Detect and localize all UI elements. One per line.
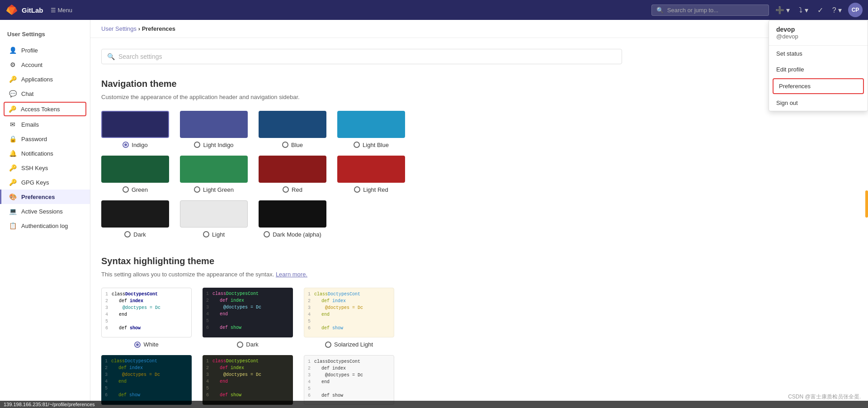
theme-swatch-green[interactable] — [101, 156, 169, 183]
radio-green[interactable] — [123, 186, 129, 193]
status-url: 139.198.166.235:81/~/profile/preferences — [4, 402, 95, 407]
theme-swatch-indigo[interactable] — [101, 111, 169, 138]
theme-label-dark: Dark — [124, 231, 146, 238]
theme-name-dark: Dark — [133, 231, 146, 238]
theme-swatch-dark[interactable] — [101, 200, 169, 228]
sidebar-label-notifications: Notifications — [21, 150, 53, 157]
theme-swatch-dark-mode[interactable] — [259, 200, 326, 228]
theme-item-light-green: Light Green — [180, 156, 248, 193]
sidebar-label-access-tokens: Access Tokens — [21, 106, 60, 113]
sidebar-item-applications[interactable]: 🔑 Applications — [0, 72, 90, 86]
ssh-keys-icon: 🔑 — [9, 164, 17, 171]
password-icon: 🔒 — [9, 135, 17, 142]
radio-syntax-dark[interactable] — [237, 342, 243, 348]
breadcrumb-parent[interactable]: User Settings — [101, 25, 137, 32]
syntax-item-none: 1class DoctypesCont 2def index 3@doctype… — [304, 355, 394, 408]
syntax-preview-solarized-light[interactable]: 1class DoctypesCont 2def index 3@doctype… — [304, 288, 394, 337]
merge-requests-button[interactable]: ⤵ ▾ — [796, 4, 811, 16]
account-icon: ⚙ — [9, 61, 17, 68]
theme-swatch-light-blue[interactable] — [337, 111, 405, 138]
create-button[interactable]: ➕ ▾ — [773, 4, 793, 16]
radio-dark[interactable] — [124, 231, 131, 237]
sidebar-item-profile[interactable]: 👤 Profile — [0, 43, 90, 57]
scrollbar[interactable] — [865, 190, 868, 218]
learn-more-link[interactable]: Learn more. — [276, 271, 307, 278]
syntax-name-dark: Dark — [246, 341, 258, 348]
theme-item-dark: Dark — [101, 200, 169, 238]
theme-swatch-light-red[interactable] — [337, 156, 405, 183]
sidebar-item-active-sessions[interactable]: 💻 Active Sessions — [0, 204, 90, 218]
theme-label-light-indigo: Light Indigo — [194, 142, 233, 148]
radio-syntax-solarized-light[interactable] — [325, 342, 331, 348]
syntax-name-white: White — [143, 341, 158, 348]
brand[interactable]: GitLab — [5, 4, 43, 16]
dropdown-item-sign-out[interactable]: Sign out — [769, 95, 868, 111]
sidebar-label-password: Password — [21, 136, 47, 142]
sidebar-label-active-sessions: Active Sessions — [21, 208, 63, 215]
theme-name-light-green: Light Green — [203, 186, 234, 193]
access-tokens-icon: 🔑 — [8, 105, 16, 113]
search-box[interactable]: 🔍 Search or jump to... — [651, 5, 769, 16]
radio-dark-mode[interactable] — [264, 231, 270, 237]
radio-light-indigo[interactable] — [194, 142, 200, 148]
syntax-preview-monokai[interactable]: 1class DoctypesCont 2def index 3@doctype… — [203, 355, 293, 405]
dropdown-item-edit-profile[interactable]: Edit profile — [769, 62, 868, 77]
top-navbar: GitLab ☰ Menu 🔍 Search or jump to... ➕ ▾… — [0, 0, 868, 20]
theme-swatch-red[interactable] — [259, 156, 326, 183]
sidebar-item-preferences[interactable]: 🎨 Preferences — [0, 190, 90, 204]
dropdown-user-info: devop @devop — [769, 20, 868, 46]
radio-light-green[interactable] — [194, 186, 200, 193]
radio-light[interactable] — [203, 231, 209, 237]
radio-indigo[interactable] — [123, 142, 129, 148]
settings-search-box[interactable]: 🔍 Search settings — [101, 49, 622, 64]
theme-name-blue: Blue — [291, 142, 303, 148]
sidebar-label-applications: Applications — [21, 76, 53, 83]
radio-red[interactable] — [283, 186, 289, 193]
sidebar-item-password[interactable]: 🔒 Password — [0, 132, 90, 146]
radio-syntax-white[interactable] — [134, 342, 141, 348]
sidebar-item-chat[interactable]: 💬 Chat — [0, 86, 90, 101]
auth-log-icon: 📋 — [9, 222, 17, 229]
search-icon: 🔍 — [656, 7, 664, 14]
syntax-preview-white[interactable]: 1class DoctypesCont 2def index 3@doctype… — [101, 288, 192, 337]
syntax-preview-dark[interactable]: 1class DoctypesCont 2def index 3@doctype… — [203, 288, 293, 337]
sidebar-item-ssh-keys[interactable]: 🔑 SSH Keys — [0, 161, 90, 175]
sidebar-item-access-tokens[interactable]: 🔑 Access Tokens — [4, 102, 86, 116]
theme-swatch-blue[interactable] — [259, 111, 326, 138]
syntax-name-solarized-light: Solarized Light — [334, 341, 373, 348]
theme-swatch-light-indigo[interactable] — [180, 111, 248, 138]
help-button[interactable]: ? ▾ — [830, 4, 844, 16]
sidebar-label-gpg-keys: GPG Keys — [21, 179, 49, 186]
breadcrumb-current: Preferences — [142, 25, 175, 32]
radio-light-blue[interactable] — [354, 142, 360, 148]
radio-light-red[interactable] — [354, 186, 360, 193]
dropdown-item-set-status[interactable]: Set status — [769, 46, 868, 62]
syntax-theme-grid: 1class DoctypesCont 2def index 3@doctype… — [101, 288, 622, 408]
theme-label-dark-mode: Dark Mode (alpha) — [264, 231, 321, 238]
syntax-theme-section: Syntax highlighting theme This setting a… — [101, 256, 622, 408]
theme-name-dark-mode: Dark Mode (alpha) — [273, 231, 321, 238]
syntax-theme-title: Syntax highlighting theme — [101, 256, 622, 266]
theme-swatch-light[interactable] — [180, 200, 248, 228]
sidebar-item-emails[interactable]: ✉ Emails — [0, 117, 90, 132]
user-avatar-button[interactable]: CP — [848, 3, 863, 17]
theme-name-light-red: Light Red — [363, 186, 388, 193]
todos-button[interactable]: ✓ — [815, 4, 826, 16]
theme-name-red: Red — [292, 186, 302, 193]
dropdown-item-preferences[interactable]: Preferences — [773, 78, 864, 94]
sidebar-item-account[interactable]: ⚙ Account — [0, 57, 90, 72]
theme-swatch-light-green[interactable] — [180, 156, 248, 183]
theme-item-red: Red — [259, 156, 326, 193]
sidebar-item-notifications[interactable]: 🔔 Notifications — [0, 146, 90, 161]
sidebar-label-ssh-keys: SSH Keys — [21, 165, 48, 171]
gitlab-logo-icon — [5, 4, 18, 16]
search-settings-icon: 🔍 — [107, 53, 115, 60]
syntax-preview-none[interactable]: 1class DoctypesCont 2def index 3@doctype… — [304, 355, 394, 405]
syntax-preview-solarized-dark[interactable]: 1class DoctypesCont 2def index 3@doctype… — [101, 355, 192, 405]
radio-blue[interactable] — [282, 142, 288, 148]
profile-icon: 👤 — [9, 47, 17, 54]
sidebar-item-gpg-keys[interactable]: 🔑 GPG Keys — [0, 175, 90, 190]
menu-button[interactable]: ☰ Menu — [51, 7, 73, 14]
nav-theme-section: Navigation theme Customize the appearanc… — [101, 79, 622, 238]
sidebar-item-auth-log[interactable]: 📋 Authentication log — [0, 218, 90, 233]
